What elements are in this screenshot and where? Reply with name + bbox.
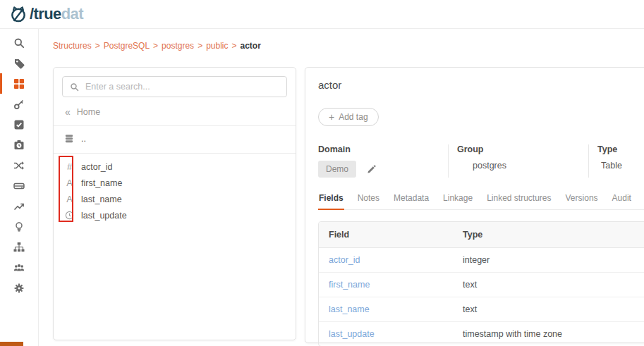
- owl-logo-icon: [9, 5, 28, 23]
- field-link-last-name[interactable]: last_name: [329, 304, 370, 314]
- divider: [54, 125, 296, 126]
- tab-audit[interactable]: Audit: [612, 193, 632, 209]
- chart-line-icon: [13, 201, 25, 212]
- structure-meta: Domain Demo Group postgres Type Table: [318, 144, 644, 178]
- tab-linkage[interactable]: Linkage: [442, 193, 473, 209]
- field-type-value: text: [453, 297, 644, 322]
- sidebar-item-insights[interactable]: [0, 216, 38, 237]
- tab-versions[interactable]: Versions: [565, 193, 599, 209]
- table-row: last_update timestamp with time zone: [319, 322, 644, 346]
- meta-type: Type Table: [588, 144, 644, 178]
- double-chevron-left-icon: «: [65, 107, 71, 117]
- cutoff-orange-element: [0, 342, 23, 346]
- field-name: last_update: [81, 211, 127, 221]
- sidebar-item-dashboards[interactable]: [0, 196, 38, 216]
- sidebar-item-permissions[interactable]: [0, 94, 38, 114]
- sidebar-item-systems[interactable]: [0, 175, 38, 196]
- domain-badge[interactable]: Demo: [318, 161, 356, 178]
- meta-group-label: Group: [457, 144, 581, 154]
- field-link-first-name[interactable]: first_name: [329, 280, 370, 290]
- meta-group: Group postgres: [448, 144, 588, 178]
- breadcrumb-separator: >: [95, 41, 100, 51]
- breadcrumb-current: actor: [241, 41, 261, 51]
- structure-search-box: [62, 76, 287, 97]
- sidebar-item-search[interactable]: [0, 32, 38, 53]
- structure-detail-panel: actor + Add tag Domain Demo Group postgr…: [305, 67, 644, 343]
- sidebar-item-jobs[interactable]: [0, 135, 38, 155]
- detail-tabs: Fields Notes Metadata Linkage Linked str…: [318, 193, 644, 210]
- users-group-icon: [13, 262, 25, 273]
- column-header-field: Field: [319, 222, 453, 248]
- breadcrumb-link-postgresql[interactable]: PostgreSQL: [104, 41, 150, 51]
- sidebar-item-users[interactable]: [0, 257, 38, 278]
- browser-field-list: # actor_id A first_name A last_name last…: [62, 159, 287, 223]
- column-header-type: Type: [453, 222, 644, 248]
- sidebar-item-tags[interactable]: [0, 53, 38, 73]
- app-sidebar: [0, 29, 39, 346]
- tab-notes[interactable]: Notes: [357, 193, 380, 209]
- edit-domain-button[interactable]: [367, 165, 376, 174]
- table-header-row: Field Type: [319, 222, 644, 248]
- breadcrumb-link-public[interactable]: public: [206, 41, 228, 51]
- add-tag-label: Add tag: [339, 112, 367, 122]
- lightbulb-icon: [13, 221, 25, 233]
- main-content: Structures>PostgreSQL>postgres>public>ac…: [39, 29, 644, 346]
- search-icon: [13, 37, 25, 49]
- meta-type-label: Type: [597, 144, 644, 154]
- table-row: first_name text: [319, 273, 644, 297]
- plus-icon: +: [329, 112, 334, 122]
- search-icon: [70, 82, 79, 92]
- browser-home-link[interactable]: « Home: [62, 106, 287, 118]
- field-name: last_name: [81, 194, 122, 204]
- fields-table: Field Type actor_id integer first_name t…: [318, 221, 644, 346]
- page-title: actor: [318, 79, 644, 91]
- tab-linked-structures[interactable]: Linked structures: [486, 193, 552, 209]
- list-item-first-name[interactable]: A first_name: [62, 175, 287, 191]
- meta-domain-label: Domain: [318, 144, 441, 154]
- structure-search-input[interactable]: [85, 82, 279, 92]
- browser-parent-label: ..: [81, 134, 86, 144]
- meta-type-value: Table: [601, 161, 644, 171]
- table-row: actor_id integer: [319, 248, 644, 273]
- table-row: last_name text: [319, 297, 644, 322]
- add-tag-button[interactable]: + Add tag: [318, 108, 379, 126]
- grid-icon: [13, 78, 25, 89]
- field-link-actor-id[interactable]: actor_id: [329, 255, 360, 265]
- database-icon: [64, 134, 74, 144]
- browser-parent-item[interactable]: ..: [62, 132, 287, 145]
- tag-icon: [13, 58, 25, 69]
- pencil-icon: [367, 165, 376, 174]
- sidebar-item-structures[interactable]: [0, 73, 38, 94]
- clock-type-icon: [64, 211, 75, 220]
- field-link-last-update[interactable]: last_update: [329, 329, 375, 339]
- field-name: first_name: [81, 178, 122, 188]
- shuffle-icon: [13, 160, 25, 171]
- sidebar-item-taxonomy[interactable]: [0, 237, 38, 257]
- meta-group-value: postgres: [473, 161, 581, 171]
- list-item-actor-id[interactable]: # actor_id: [62, 159, 287, 175]
- key-icon: [13, 99, 25, 110]
- check-square-icon: [13, 119, 25, 130]
- meta-domain: Domain Demo: [318, 144, 448, 178]
- breadcrumb-link-structures[interactable]: Structures: [53, 41, 92, 51]
- breadcrumb-link-postgres[interactable]: postgres: [162, 41, 194, 51]
- sidebar-item-quality[interactable]: [0, 114, 38, 135]
- browser-home-label: Home: [77, 107, 100, 117]
- divider: [54, 153, 296, 154]
- storage-drive-icon: [13, 180, 25, 192]
- sitemap-icon: [13, 242, 25, 253]
- field-type-value: text: [453, 273, 644, 297]
- list-item-last-update[interactable]: last_update: [62, 207, 287, 223]
- jobs-clock-icon: [13, 140, 25, 151]
- tab-fields[interactable]: Fields: [318, 193, 344, 210]
- structure-browser-panel: « Home .. # actor_id A first_name A last…: [53, 67, 296, 340]
- breadcrumb: Structures>PostgreSQL>postgres>public>ac…: [53, 41, 261, 51]
- logo-wordmark: /truedat: [30, 6, 83, 22]
- field-type-value: timestamp with time zone: [453, 322, 644, 346]
- sidebar-item-settings[interactable]: [0, 278, 38, 298]
- list-item-last-name[interactable]: A last_name: [62, 191, 287, 207]
- field-name: actor_id: [81, 162, 112, 172]
- tab-metadata[interactable]: Metadata: [393, 193, 430, 209]
- sidebar-item-relations[interactable]: [0, 155, 38, 175]
- truedat-logo[interactable]: /truedat: [9, 5, 83, 23]
